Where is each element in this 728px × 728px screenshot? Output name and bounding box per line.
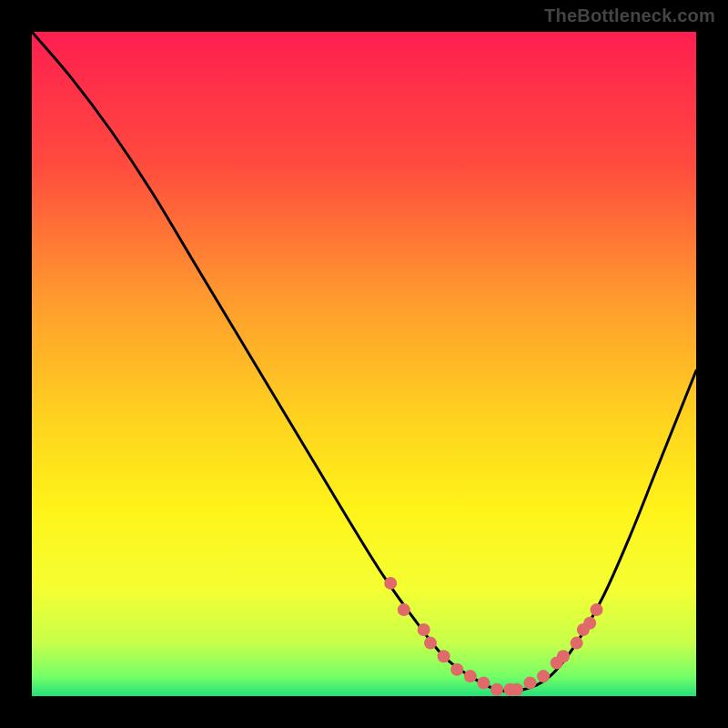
- watermark-text: TheBottleneck.com: [544, 5, 715, 26]
- data-marker: [464, 670, 477, 682]
- data-marker: [438, 650, 450, 662]
- data-marker: [537, 670, 550, 682]
- data-marker: [524, 676, 537, 689]
- data-marker: [477, 676, 490, 689]
- data-marker: [571, 637, 583, 650]
- data-marker: [557, 650, 570, 662]
- chart-frame: TheBottleneck.com: [0, 0, 728, 728]
- data-marker: [424, 637, 437, 650]
- data-marker: [398, 603, 410, 616]
- data-marker: [490, 683, 503, 696]
- data-marker: [591, 603, 603, 616]
- data-marker: [511, 683, 523, 696]
- plot-area: [32, 32, 696, 696]
- bottleneck-chart: [32, 32, 696, 696]
- data-marker: [418, 623, 430, 636]
- data-marker: [384, 577, 397, 590]
- data-marker: [450, 663, 463, 676]
- data-marker: [583, 617, 596, 630]
- gradient-background: [32, 32, 696, 696]
